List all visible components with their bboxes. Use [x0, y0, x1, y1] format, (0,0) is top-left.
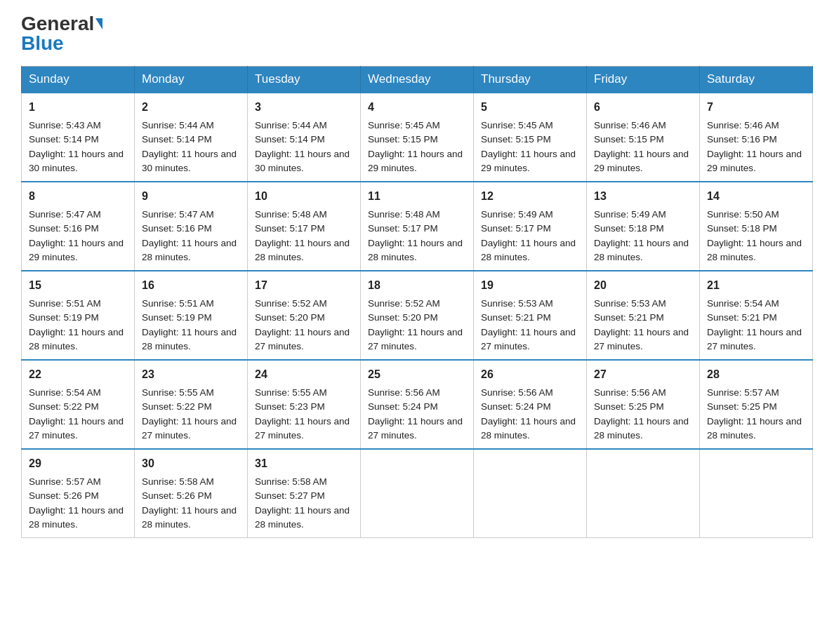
- calendar-week-row: 8Sunrise: 5:47 AMSunset: 5:16 PMDaylight…: [22, 182, 813, 271]
- calendar-week-row: 22Sunrise: 5:54 AMSunset: 5:22 PMDayligh…: [22, 360, 813, 449]
- calendar-cell: 12Sunrise: 5:49 AMSunset: 5:17 PMDayligh…: [474, 182, 587, 271]
- day-number: 3: [255, 99, 353, 116]
- calendar-week-row: 15Sunrise: 5:51 AMSunset: 5:19 PMDayligh…: [22, 271, 813, 360]
- logo-blue-text: Blue: [21, 34, 64, 53]
- day-number: 29: [29, 455, 127, 472]
- day-number: 27: [594, 366, 692, 383]
- calendar-cell: [700, 449, 813, 538]
- day-number: 26: [481, 366, 579, 383]
- day-number: 16: [142, 277, 240, 294]
- calendar-cell: 29Sunrise: 5:57 AMSunset: 5:26 PMDayligh…: [22, 449, 135, 538]
- page-header: General Blue: [21, 14, 813, 53]
- day-number: 17: [255, 277, 353, 294]
- day-number: 22: [29, 366, 127, 383]
- calendar-cell: 16Sunrise: 5:51 AMSunset: 5:19 PMDayligh…: [135, 271, 248, 360]
- day-number: 13: [594, 188, 692, 205]
- day-number: 11: [368, 188, 466, 205]
- day-number: 23: [142, 366, 240, 383]
- calendar-cell: 27Sunrise: 5:56 AMSunset: 5:25 PMDayligh…: [587, 360, 700, 449]
- day-number: 30: [142, 455, 240, 472]
- day-number: 21: [707, 277, 805, 294]
- calendar-cell: 11Sunrise: 5:48 AMSunset: 5:17 PMDayligh…: [361, 182, 474, 271]
- calendar-cell: 25Sunrise: 5:56 AMSunset: 5:24 PMDayligh…: [361, 360, 474, 449]
- logo: General Blue: [21, 14, 102, 53]
- calendar-cell: 5Sunrise: 5:45 AMSunset: 5:15 PMDaylight…: [474, 93, 587, 182]
- calendar-cell: 21Sunrise: 5:54 AMSunset: 5:21 PMDayligh…: [700, 271, 813, 360]
- day-number: 12: [481, 188, 579, 205]
- weekday-header-saturday: Saturday: [700, 67, 813, 93]
- calendar-cell: [361, 449, 474, 538]
- calendar-table: SundayMondayTuesdayWednesdayThursdayFrid…: [21, 66, 813, 538]
- day-number: 15: [29, 277, 127, 294]
- day-number: 24: [255, 366, 353, 383]
- calendar-cell: 3Sunrise: 5:44 AMSunset: 5:14 PMDaylight…: [248, 93, 361, 182]
- calendar-cell: 19Sunrise: 5:53 AMSunset: 5:21 PMDayligh…: [474, 271, 587, 360]
- calendar-cell: 23Sunrise: 5:55 AMSunset: 5:22 PMDayligh…: [135, 360, 248, 449]
- calendar-cell: 6Sunrise: 5:46 AMSunset: 5:15 PMDaylight…: [587, 93, 700, 182]
- day-number: 25: [368, 366, 466, 383]
- day-number: 7: [707, 99, 805, 116]
- weekday-header-monday: Monday: [135, 67, 248, 93]
- calendar-cell: 9Sunrise: 5:47 AMSunset: 5:16 PMDaylight…: [135, 182, 248, 271]
- day-number: 31: [255, 455, 353, 472]
- day-number: 10: [255, 188, 353, 205]
- calendar-cell: 10Sunrise: 5:48 AMSunset: 5:17 PMDayligh…: [248, 182, 361, 271]
- calendar-cell: 17Sunrise: 5:52 AMSunset: 5:20 PMDayligh…: [248, 271, 361, 360]
- calendar-cell: 20Sunrise: 5:53 AMSunset: 5:21 PMDayligh…: [587, 271, 700, 360]
- weekday-header-sunday: Sunday: [22, 67, 135, 93]
- day-number: 20: [594, 277, 692, 294]
- day-number: 9: [142, 188, 240, 205]
- calendar-cell: 15Sunrise: 5:51 AMSunset: 5:19 PMDayligh…: [22, 271, 135, 360]
- calendar-cell: 31Sunrise: 5:58 AMSunset: 5:27 PMDayligh…: [248, 449, 361, 538]
- calendar-cell: 26Sunrise: 5:56 AMSunset: 5:24 PMDayligh…: [474, 360, 587, 449]
- day-number: 1: [29, 99, 127, 116]
- calendar-week-row: 29Sunrise: 5:57 AMSunset: 5:26 PMDayligh…: [22, 449, 813, 538]
- day-number: 18: [368, 277, 466, 294]
- calendar-cell: 22Sunrise: 5:54 AMSunset: 5:22 PMDayligh…: [22, 360, 135, 449]
- calendar-cell: [587, 449, 700, 538]
- day-number: 19: [481, 277, 579, 294]
- day-number: 28: [707, 366, 805, 383]
- calendar-cell: [474, 449, 587, 538]
- weekday-header-thursday: Thursday: [474, 67, 587, 93]
- calendar-cell: 18Sunrise: 5:52 AMSunset: 5:20 PMDayligh…: [361, 271, 474, 360]
- calendar-cell: 4Sunrise: 5:45 AMSunset: 5:15 PMDaylight…: [361, 93, 474, 182]
- calendar-cell: 8Sunrise: 5:47 AMSunset: 5:16 PMDaylight…: [22, 182, 135, 271]
- logo-arrow-icon: [95, 18, 102, 29]
- day-number: 5: [481, 99, 579, 116]
- calendar-cell: 13Sunrise: 5:49 AMSunset: 5:18 PMDayligh…: [587, 182, 700, 271]
- weekday-header-row: SundayMondayTuesdayWednesdayThursdayFrid…: [22, 67, 813, 93]
- calendar-cell: 1Sunrise: 5:43 AMSunset: 5:14 PMDaylight…: [22, 93, 135, 182]
- calendar-cell: 28Sunrise: 5:57 AMSunset: 5:25 PMDayligh…: [700, 360, 813, 449]
- weekday-header-wednesday: Wednesday: [361, 67, 474, 93]
- calendar-cell: 30Sunrise: 5:58 AMSunset: 5:26 PMDayligh…: [135, 449, 248, 538]
- day-number: 4: [368, 99, 466, 116]
- calendar-cell: 2Sunrise: 5:44 AMSunset: 5:14 PMDaylight…: [135, 93, 248, 182]
- logo-general-text: General: [21, 14, 94, 34]
- weekday-header-tuesday: Tuesday: [248, 67, 361, 93]
- calendar-week-row: 1Sunrise: 5:43 AMSunset: 5:14 PMDaylight…: [22, 93, 813, 182]
- day-number: 6: [594, 99, 692, 116]
- day-number: 8: [29, 188, 127, 205]
- weekday-header-friday: Friday: [587, 67, 700, 93]
- calendar-cell: 24Sunrise: 5:55 AMSunset: 5:23 PMDayligh…: [248, 360, 361, 449]
- day-number: 14: [707, 188, 805, 205]
- calendar-cell: 14Sunrise: 5:50 AMSunset: 5:18 PMDayligh…: [700, 182, 813, 271]
- day-number: 2: [142, 99, 240, 116]
- calendar-cell: 7Sunrise: 5:46 AMSunset: 5:16 PMDaylight…: [700, 93, 813, 182]
